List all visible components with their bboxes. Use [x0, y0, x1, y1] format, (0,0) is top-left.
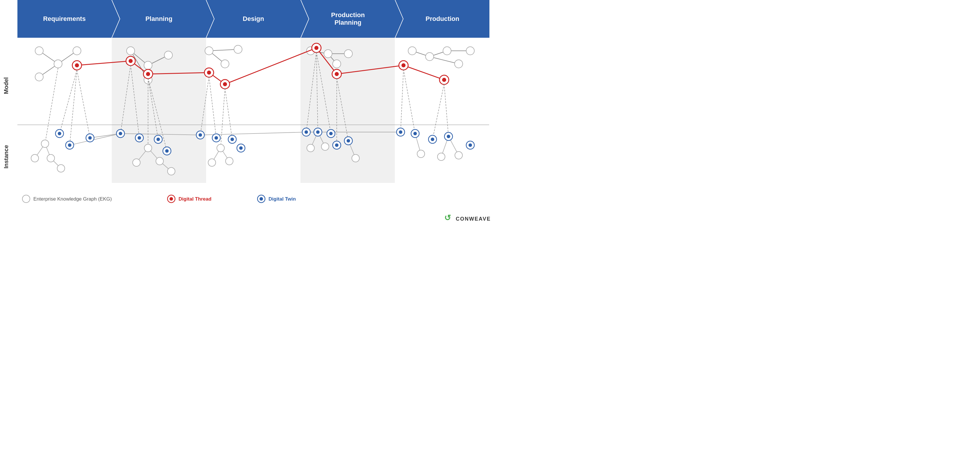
svg-point-128 — [56, 129, 64, 138]
svg-line-105 — [310, 132, 318, 148]
svg-point-148 — [237, 144, 245, 152]
legend-twin-label: Digital Twin — [269, 196, 296, 202]
svg-rect-0 — [112, 38, 206, 183]
arrow-label-production-planning: ProductionPlanning — [331, 11, 365, 27]
arrow-production: Production — [395, 0, 489, 38]
svg-point-145 — [215, 136, 218, 140]
svg-point-16 — [164, 51, 172, 59]
svg-point-19 — [205, 47, 213, 55]
svg-point-152 — [314, 128, 322, 136]
conweaver-logo-text: CONWEAVER — [456, 216, 490, 222]
svg-point-157 — [335, 143, 339, 147]
svg-point-91 — [47, 154, 54, 162]
svg-line-101 — [221, 148, 229, 161]
svg-point-138 — [154, 135, 162, 143]
arrow-design: Design — [207, 0, 301, 38]
svg-point-146 — [228, 135, 236, 143]
svg-point-110 — [321, 143, 329, 150]
svg-point-58 — [332, 69, 341, 79]
svg-line-106 — [318, 132, 325, 146]
svg-point-92 — [57, 165, 65, 172]
svg-line-68 — [121, 65, 130, 133]
svg-point-13 — [127, 47, 135, 55]
svg-point-46 — [72, 61, 81, 70]
svg-line-85 — [444, 84, 449, 137]
svg-point-27 — [332, 60, 341, 68]
svg-point-104 — [226, 157, 233, 165]
svg-point-108 — [314, 128, 321, 136]
svg-point-52 — [204, 68, 214, 77]
svg-line-114 — [441, 137, 449, 157]
svg-line-100 — [212, 148, 221, 162]
svg-point-99 — [167, 167, 175, 175]
svg-line-93 — [137, 148, 148, 162]
instance-label: Instance — [3, 145, 9, 168]
model-label: Model — [3, 77, 9, 94]
svg-point-133 — [88, 136, 92, 140]
svg-point-135 — [119, 132, 122, 135]
svg-line-67 — [45, 68, 58, 144]
svg-point-59 — [335, 72, 339, 76]
svg-point-26 — [324, 50, 332, 58]
svg-point-50 — [143, 69, 153, 79]
svg-point-167 — [447, 135, 450, 138]
svg-point-49 — [129, 59, 133, 63]
svg-point-139 — [156, 138, 160, 141]
svg-line-122 — [90, 133, 121, 138]
svg-point-8 — [35, 73, 43, 81]
arrow-production-planning: ProductionPlanning — [301, 0, 395, 38]
svg-line-11 — [130, 51, 148, 80]
svg-point-21 — [234, 45, 242, 53]
svg-line-65 — [70, 70, 77, 145]
arrow-label-planning: Planning — [145, 15, 172, 23]
svg-line-30 — [430, 51, 447, 57]
header-row: Requirements Planning Design ProductionP… — [18, 0, 490, 38]
svg-line-22 — [310, 51, 328, 54]
svg-point-172 — [170, 197, 173, 200]
svg-point-158 — [344, 137, 352, 145]
legend-thread-label: Digital Thread — [178, 196, 211, 202]
svg-point-174 — [259, 197, 263, 200]
svg-point-159 — [347, 139, 350, 143]
svg-line-72 — [148, 78, 167, 151]
svg-line-38 — [77, 61, 130, 65]
svg-line-12 — [148, 55, 169, 65]
svg-point-163 — [414, 132, 417, 135]
svg-line-115 — [449, 137, 459, 155]
svg-line-69 — [130, 65, 139, 138]
svg-point-118 — [445, 133, 452, 140]
svg-point-162 — [411, 129, 419, 138]
svg-line-23 — [328, 54, 337, 64]
svg-line-17 — [209, 51, 225, 64]
svg-point-15 — [144, 76, 152, 84]
svg-point-171 — [167, 195, 175, 203]
svg-line-95 — [160, 161, 171, 171]
svg-point-34 — [426, 52, 434, 61]
svg-line-45 — [404, 65, 444, 80]
svg-point-121 — [466, 141, 474, 149]
svg-line-127 — [70, 133, 121, 145]
svg-point-36 — [455, 60, 463, 68]
svg-line-10 — [130, 51, 148, 65]
svg-point-89 — [41, 140, 49, 148]
svg-point-165 — [431, 138, 434, 141]
svg-point-173 — [258, 195, 265, 203]
svg-line-107 — [348, 141, 356, 158]
svg-point-149 — [239, 146, 243, 150]
svg-point-154 — [327, 129, 335, 138]
svg-line-66 — [77, 70, 90, 138]
conweaver-icon: ↺ — [444, 213, 451, 222]
svg-point-160 — [396, 128, 405, 136]
svg-point-35 — [443, 47, 451, 55]
svg-line-76 — [221, 88, 225, 148]
svg-point-134 — [116, 129, 124, 138]
svg-point-63 — [442, 78, 446, 82]
svg-line-94 — [148, 148, 160, 161]
svg-point-120 — [455, 151, 463, 159]
svg-line-31 — [430, 57, 459, 64]
svg-point-51 — [146, 72, 150, 76]
svg-line-73 — [200, 76, 209, 135]
svg-point-161 — [399, 130, 402, 134]
svg-point-47 — [75, 63, 79, 67]
svg-point-169 — [469, 143, 472, 147]
